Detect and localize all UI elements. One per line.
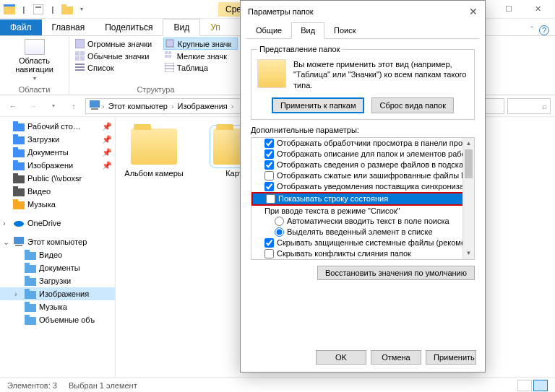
adv-row[interactable]: Автоматически вводить текст в поле поиск… [251,216,474,227]
dialog-tab-search[interactable]: Поиск [324,22,365,38]
crumb-pictures[interactable]: Изображения [176,102,230,110]
svg-rect-47 [25,291,36,299]
tab-file[interactable]: Файл [0,19,42,35]
layout-large[interactable]: Крупные значк [163,38,238,50]
onedrive-icon [13,218,25,228]
adv-checkbox[interactable] [264,238,274,248]
tree-item[interactable]: Объемные объ [0,313,115,326]
folder-item[interactable]: Альбом камеры [121,129,186,365]
ribbon-collapse-icon[interactable]: ˇ [530,25,533,35]
tree-item[interactable]: Загрузки [0,274,115,287]
layout-table[interactable]: Таблица [163,62,238,73]
tree-item[interactable]: Public (\\vboxsr [0,172,115,185]
recent-button[interactable]: ▾ [45,97,62,115]
adv-label: Отображать сведения о размере файлов в п… [277,160,470,169]
adv-row[interactable]: Отображать обработчики просмотра в панел… [251,138,474,149]
up-button[interactable]: ↑ [65,97,82,115]
restore-defaults-button[interactable]: Восстановить значения по умолчанию [317,266,475,280]
adv-row[interactable]: Отображать сжатые или зашифрованные файл… [251,170,474,181]
layout-gallery[interactable]: Огромные значки Крупные значк Обычные зн… [74,38,238,73]
layout-normal[interactable]: Обычные значки [74,51,158,61]
svg-rect-10 [75,56,79,61]
nav-pane-button[interactable]: Область навигации ▾ [4,38,64,83]
dialog-close-button[interactable]: ✕ [469,6,478,17]
dialog-tab-general[interactable]: Общие [246,22,291,38]
svg-rect-44 [25,263,30,266]
tree-item[interactable]: Документы📌 [0,146,115,159]
svg-rect-15 [168,55,171,58]
tree-item[interactable]: ›Изображения [0,287,115,300]
adv-row[interactable]: Отображать уведомления поставщика синхро… [251,181,474,192]
view-details-button[interactable] [517,380,532,391]
cancel-button[interactable]: Отмена [371,350,421,365]
adv-checkbox[interactable] [264,182,274,191]
reset-folders-button[interactable]: Сброс вида папок [371,97,454,113]
qat-sep: | [17,3,30,16]
svg-rect-36 [13,201,25,209]
scrollbar[interactable]: ▲ ▼ [462,138,474,259]
qat-dropdown-icon[interactable]: ▾ [75,3,88,16]
svg-rect-39 [14,237,24,244]
apply-button[interactable]: Применить [426,350,476,365]
back-button[interactable]: ← [4,97,22,115]
tree-pc[interactable]: ⌄Этот компьютер [0,235,115,248]
forward-button[interactable]: → [25,97,42,115]
dialog-tab-view[interactable]: Вид [291,22,324,39]
nav-tree[interactable]: Рабочий сто…📌Загрузки📌Документы📌Изображе… [0,117,116,377]
svg-rect-30 [13,162,25,170]
folder-large-icon [131,129,177,165]
adv-row[interactable]: Показывать строку состояния [253,193,473,204]
maximize-button[interactable]: ☐ [494,0,523,19]
adv-checkbox[interactable] [266,194,275,204]
layout-small[interactable]: Мелкие значк [163,51,238,61]
advanced-label: Дополнительные параметры: [251,126,475,134]
adv-checkbox[interactable] [264,249,274,258]
tree-item[interactable]: Документы [0,261,115,274]
svg-rect-40 [15,245,22,246]
tree-item[interactable]: Музыка [0,300,115,313]
adv-row[interactable]: Скрывать защищенные системные файлы (рек… [251,238,474,248]
scroll-thumb[interactable] [465,149,473,178]
crumb-pc[interactable]: Этот компьютер [106,102,170,110]
tree-item[interactable]: Загрузки📌 [0,133,115,146]
svg-rect-14 [165,55,168,58]
close-button[interactable]: ✕ [523,0,552,19]
adv-checkbox[interactable] [264,139,274,148]
tree-item[interactable]: Рабочий сто…📌 [0,120,115,133]
adv-row[interactable]: Отображать сведения о размере файлов в п… [251,160,474,170]
adv-radio[interactable] [275,217,284,226]
tab-home[interactable]: Главная [42,19,95,35]
help-icon[interactable]: ? [539,25,549,35]
qat-folder-icon[interactable] [61,3,74,16]
folder-icon [25,315,36,325]
tree-onedrive[interactable]: ›OneDrive [0,217,115,230]
tree-item[interactable]: Видео [0,248,115,261]
tree-item[interactable]: Изображени📌 [0,159,115,172]
adv-row[interactable]: Выделять введенный элемент в списке [251,227,474,238]
svg-rect-42 [25,250,30,253]
adv-radio[interactable] [275,227,284,237]
search-box[interactable]: ⌕ [507,98,551,114]
tab-view[interactable]: Вид [163,19,200,36]
adv-checkbox[interactable] [264,160,274,170]
svg-rect-6 [75,39,85,48]
adv-checkbox[interactable] [264,171,274,180]
adv-row[interactable]: При вводе текста в режиме "Список" [251,206,474,216]
adv-row[interactable]: Скрывать конфликты слияния папок [251,248,474,259]
scroll-up-icon[interactable]: ▲ [463,138,474,149]
qat-props-icon[interactable] [32,3,45,16]
view-icons-button[interactable] [533,380,548,391]
tab-share[interactable]: Поделиться [95,19,163,35]
adv-checkbox[interactable] [264,149,274,159]
advanced-list[interactable]: ▲ ▼ Отображать обработчики просмотра в п… [251,137,475,260]
apply-to-folders-button[interactable]: Применить к папкам [272,97,365,113]
layout-list[interactable]: Список [74,62,158,73]
adv-row[interactable]: Отображать описание для папок и элементо… [251,149,474,160]
ok-button[interactable]: OK [316,350,366,365]
tab-context[interactable]: Уп [200,19,231,35]
tree-item[interactable]: Видео [0,185,115,198]
tree-item[interactable]: Музыка [0,198,115,211]
layout-huge[interactable]: Огромные значки [74,38,158,50]
app-icon[interactable] [3,3,16,16]
scroll-down-icon[interactable]: ▼ [463,248,474,259]
